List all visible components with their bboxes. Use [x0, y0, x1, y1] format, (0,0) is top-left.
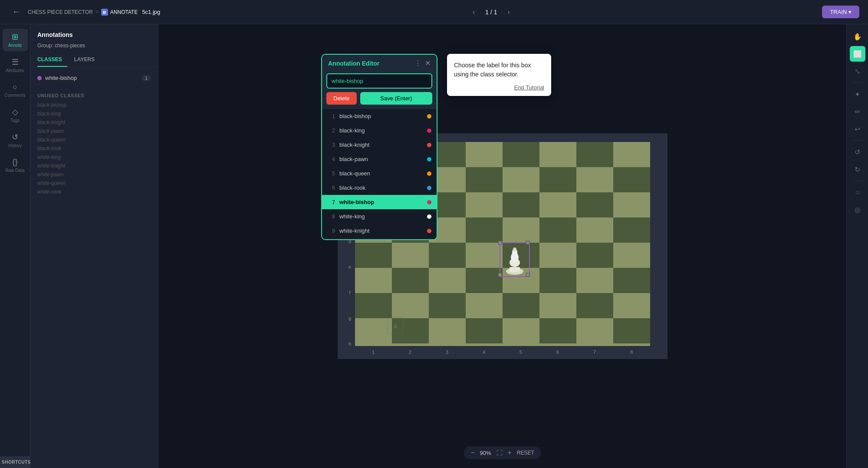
reset-button[interactable]: RESET	[517, 450, 534, 456]
editor-close-icon[interactable]: ✕	[425, 59, 431, 67]
zoom-out-button[interactable]: −	[470, 449, 474, 457]
arrow-tool[interactable]: ↩	[850, 121, 865, 137]
svg-text:e: e	[348, 264, 351, 270]
history-icon: ↺	[12, 132, 18, 142]
class-num: 6	[327, 185, 335, 191]
svg-rect-71	[539, 293, 576, 318]
comment-tool[interactable]: ○	[850, 185, 865, 200]
train-button[interactable]: TRAIN ▾	[822, 6, 859, 18]
redo-tool[interactable]: ↻	[850, 161, 865, 177]
svg-text:♟: ♟	[392, 322, 398, 330]
class-color-dot	[427, 114, 431, 119]
editor-input-row	[322, 72, 437, 92]
svg-rect-65	[613, 268, 650, 293]
class-num: 3	[327, 142, 335, 148]
svg-rect-69	[466, 293, 503, 318]
breadcrumb-sep: >	[95, 9, 99, 15]
sidebar-item-annots[interactable]: ⊞ Annots	[3, 29, 28, 51]
editor-menu-icon[interactable]: ⋮	[414, 59, 421, 67]
svg-rect-66	[355, 293, 392, 318]
class-num: 2	[327, 128, 335, 134]
svg-rect-31	[539, 167, 576, 192]
svg-rect-32	[576, 167, 613, 192]
annots-label: Annots	[8, 43, 22, 48]
svg-rect-57	[613, 243, 650, 268]
svg-rect-76	[429, 318, 466, 343]
shortcuts-button[interactable]: SHORTCUTS	[0, 456, 30, 468]
svg-rect-46	[503, 218, 539, 243]
top-bar-left: ← CHESS PIECE DETECTOR > ▦ ANNOTATE 5c1.…	[9, 6, 160, 18]
editor-class-item[interactable]: 5 black-queen	[322, 166, 437, 181]
save-button[interactable]: Save (Enter)	[360, 92, 432, 105]
crop-tool[interactable]: ⤡	[850, 63, 865, 79]
unused-class-item: black-queen	[30, 135, 158, 144]
svg-rect-59	[392, 268, 429, 293]
svg-rect-53	[466, 243, 503, 268]
back-button[interactable]: ←	[9, 6, 23, 18]
class-item-name: white-knight	[339, 227, 423, 234]
annots-icon: ⊞	[12, 32, 18, 42]
tooltip-actions: End Tutorial	[454, 84, 544, 91]
comments-label: Comments	[4, 93, 25, 98]
class-name-input[interactable]	[326, 73, 432, 89]
editor-class-item[interactable]: 6 black-rook	[322, 181, 437, 195]
class-item-white-bishop[interactable]: white-bishop 1	[37, 73, 151, 83]
class-item-name: black-pawn	[339, 156, 423, 162]
end-tutorial-button[interactable]: End Tutorial	[514, 84, 544, 91]
select-tool[interactable]: ⬜	[850, 46, 865, 62]
editor-class-item[interactable]: 2 black-king	[322, 123, 437, 138]
svg-rect-68	[429, 293, 466, 318]
compass-tool[interactable]: ◎	[850, 202, 865, 218]
svg-rect-85	[498, 273, 502, 277]
magic-tool[interactable]: ✦	[850, 86, 865, 102]
svg-rect-33	[613, 167, 650, 192]
editor-class-item[interactable]: 8 white-king	[322, 209, 437, 224]
class-item-name: white-bishop	[339, 199, 423, 205]
undo-tool[interactable]: ↺	[850, 144, 865, 160]
annotations-header: Annotations	[30, 24, 158, 43]
svg-text:h: h	[348, 341, 351, 346]
class-num: 8	[327, 214, 335, 220]
class-color-dot	[427, 200, 431, 204]
editor-class-item[interactable]: 9 white-knight	[322, 224, 437, 238]
sidebar-item-tags[interactable]: ◇ Tags	[3, 104, 28, 126]
sidebar-item-comments[interactable]: ○ Comments	[3, 79, 28, 101]
zoom-icon: ⛶	[496, 449, 503, 456]
unused-class-item: black-king	[30, 109, 158, 118]
unused-class-item: white-pawn	[30, 170, 158, 179]
sidebar-item-rawdata[interactable]: {} Raw Data	[3, 154, 28, 176]
hand-tool[interactable]: ✋	[850, 29, 865, 44]
editor-class-item[interactable]: 4 black-pawn	[322, 152, 437, 166]
breadcrumb-annotate: ▦ ANNOTATE	[101, 9, 138, 16]
class-item-name: black-queen	[339, 170, 423, 177]
svg-text:7: 7	[593, 349, 595, 355]
sidebar-item-attributes[interactable]: ☰ Attributes	[3, 54, 28, 76]
editor-class-item[interactable]: 10 white-pawn	[322, 238, 437, 239]
svg-rect-23	[539, 142, 576, 167]
svg-rect-58	[355, 268, 392, 293]
svg-rect-54	[503, 243, 539, 268]
editor-buttons: Delete Save (Enter)	[322, 92, 437, 109]
unused-classes-list: black-bishopblack-kingblack-knightblack-…	[30, 101, 158, 196]
next-image-button[interactable]: ›	[504, 7, 513, 18]
svg-rect-67	[392, 293, 429, 318]
editor-class-item[interactable]: 3 black-knight	[322, 138, 437, 152]
editor-class-item[interactable]: 7 white-bishop	[322, 195, 437, 209]
zoom-in-button[interactable]: +	[508, 449, 512, 457]
editor-header: Annotation Editor ⋮ ✕	[322, 55, 437, 72]
delete-button[interactable]: Delete	[326, 92, 357, 105]
prev-image-button[interactable]: ‹	[469, 7, 478, 18]
tab-layers[interactable]: LAYERS	[74, 53, 100, 67]
svg-text:1: 1	[372, 349, 374, 355]
sidebar-item-history[interactable]: ↺ History	[3, 129, 28, 152]
svg-rect-63	[539, 268, 576, 293]
class-item-name: black-bishop	[339, 113, 423, 119]
svg-rect-81	[613, 318, 650, 343]
group-label: Group: chess-pieces	[30, 43, 158, 53]
tab-classes[interactable]: CLASSES	[37, 53, 67, 67]
svg-rect-73	[613, 293, 650, 318]
edit-tool[interactable]: ✏	[850, 104, 865, 119]
editor-class-item[interactable]: 1 black-bishop	[322, 109, 437, 123]
class-color-dot	[427, 171, 431, 176]
class-color-dot	[427, 186, 431, 190]
